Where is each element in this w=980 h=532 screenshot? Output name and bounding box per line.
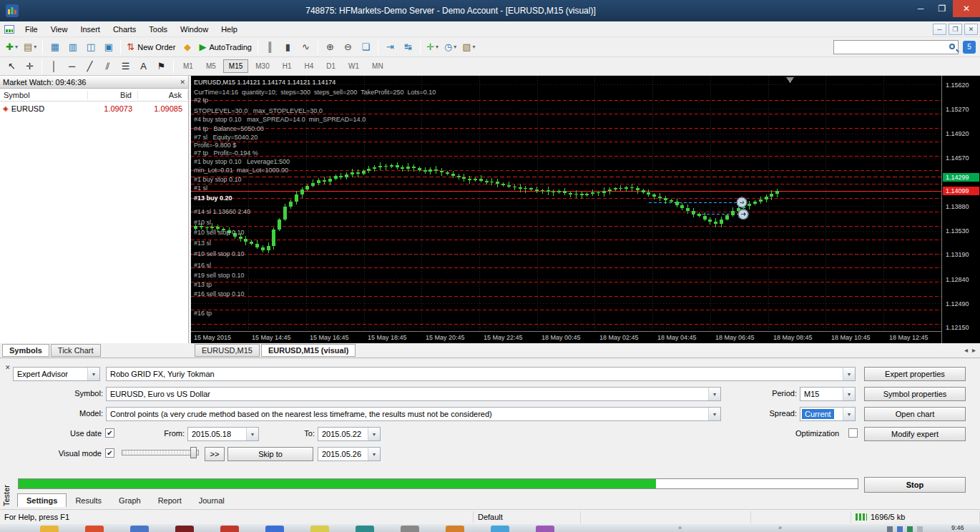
timeframe-m1[interactable]: M1 [177,59,199,73]
chart-shift-icon[interactable]: ↹ [400,39,416,55]
period-select[interactable]: M15 [800,387,856,401]
chevron-down-icon[interactable] [368,448,380,460]
skip-to-date-select[interactable]: 2015.05.26 [318,447,381,461]
child-restore-button[interactable]: ❐ [949,24,962,35]
skip-to-button[interactable]: Skip to [227,447,313,461]
child-minimize-button[interactable]: ─ [933,24,946,35]
visual-mode-checkbox[interactable] [105,448,114,458]
use-date-checkbox[interactable] [105,428,114,438]
taskbar-app-icon[interactable] [310,526,329,532]
templates-icon[interactable]: ▧▾ [460,39,477,55]
visual-speed-slider-handle[interactable] [190,447,197,458]
chevron-down-icon[interactable] [843,368,855,380]
market-watch-icon[interactable]: ▦ [46,39,63,55]
tab-scroll-left-icon[interactable]: ◂ [964,346,968,354]
stop-button[interactable]: Stop [864,477,966,493]
expert-properties-button[interactable]: Expert properties [864,367,966,381]
from-date-select[interactable]: 2015.05.18 [187,427,259,441]
taskbar-app-icon[interactable] [446,526,464,532]
timeframe-d1[interactable]: D1 [320,59,341,73]
menu-file[interactable]: File [19,23,44,36]
timeframe-m15[interactable]: M15 [223,59,248,73]
column-symbol[interactable]: Symbol [0,91,88,99]
timeframe-m5[interactable]: M5 [200,59,222,73]
taskbar-clock[interactable]: 9:46 [951,524,964,531]
taskbar-app-icon[interactable] [491,526,509,532]
taskbar-app-icon[interactable] [85,526,104,532]
vline-icon[interactable]: │ [46,59,62,74]
tester-side-tab[interactable]: Tester [2,462,11,506]
hline-icon[interactable]: ─ [64,59,80,74]
tray-icon[interactable] [907,526,913,532]
tester-close-icon[interactable]: ✕ [5,364,11,371]
timeframe-mn[interactable]: MN [366,59,389,73]
timeframe-h4[interactable]: H4 [299,59,320,73]
tray-icon[interactable] [917,526,923,532]
timeframe-w1[interactable]: W1 [343,59,365,73]
menu-charts[interactable]: Charts [107,23,142,36]
table-row[interactable]: ◈ EURUSD 1.09073 1.09085 [0,102,188,115]
zoom-out-icon[interactable]: ⊖ [340,39,356,55]
tab-report[interactable]: Report [150,494,190,507]
tab-results[interactable]: Results [67,494,110,507]
chart-tab-eurusd-m15[interactable]: EURUSD,M15 [195,344,260,357]
tab-graph[interactable]: Graph [110,494,150,507]
mql-icon[interactable]: ◆ [179,39,195,55]
menu-insert[interactable]: Insert [74,23,107,36]
chevron-down-icon[interactable]: ▾ [473,44,476,50]
chevron-down-icon[interactable]: ▾ [34,44,36,50]
visual-speed-slider[interactable] [122,450,199,455]
chevron-down-icon[interactable] [708,388,720,400]
market-watch-close-icon[interactable]: ✕ [180,79,185,86]
symbol-select[interactable]: EURUSD, Euro vs US Dollar [106,387,721,401]
chevron-down-icon[interactable] [708,408,720,420]
chevron-down-icon[interactable] [87,368,99,380]
symbol-properties-button[interactable]: Symbol properties [864,387,966,401]
fast-forward-button[interactable]: >> [205,447,225,461]
bars-icon[interactable]: ║ [262,39,278,55]
tray-icon[interactable] [887,526,893,532]
arrows-icon[interactable]: ⚑ [153,59,170,74]
terminal-icon[interactable]: ▣ [100,39,117,55]
data-window-icon[interactable]: ▥ [64,39,81,55]
close-button[interactable]: ✕ [953,0,980,17]
indicators-icon[interactable]: ✛▾ [424,39,441,55]
chart-tab-eurusd-m15-visual[interactable]: EURUSD,M15 (visual) [261,344,356,357]
menu-help[interactable]: Help [215,23,244,36]
title-bar[interactable]: 748875: HFMarkets-Demo Server - Demo Acc… [0,0,980,21]
chevron-down-icon[interactable] [843,408,855,420]
ea-type-select[interactable]: Expert Advisor [13,367,100,381]
autoscroll-icon[interactable]: ⇥ [382,39,398,55]
taskbar-app-icon[interactable] [220,526,239,532]
spread-select[interactable]: Current [800,407,856,421]
community-icon[interactable]: 5 [963,41,976,54]
menu-tools[interactable]: Tools [142,23,174,36]
search-icon[interactable] [949,44,955,49]
column-ask[interactable]: Ask [138,91,188,99]
channel-icon[interactable]: ⫽ [99,59,116,74]
periods-icon[interactable]: ◷▾ [442,39,459,55]
taskbar-app-icon[interactable] [536,526,554,532]
zoom-in-icon[interactable]: ⊕ [322,39,338,55]
tab-tick-chart[interactable]: Tick Chart [51,344,101,357]
taskbar-overflow-chevron[interactable]: » [678,524,682,531]
child-close-button[interactable]: ✕ [964,24,978,35]
taskbar-app-icon[interactable] [130,526,149,532]
chevron-down-icon[interactable]: ▾ [454,44,456,50]
open-chart-button[interactable]: Open chart [864,407,966,421]
chevron-down-icon[interactable] [368,428,380,440]
taskbar-app-icon[interactable] [40,526,59,532]
tray-icon[interactable] [897,526,903,532]
chevron-down-icon[interactable] [246,428,258,440]
autotrading-button[interactable]: ▶AutoTrading [197,39,254,55]
chevron-down-icon[interactable]: ▾ [15,44,18,50]
taskbar-app-icon[interactable] [265,526,284,532]
navigator-icon[interactable]: ◫ [82,39,99,55]
taskbar-overflow-chevron[interactable]: » [778,524,782,531]
taskbar-app-icon[interactable] [175,526,194,532]
tab-journal[interactable]: Journal [190,494,233,507]
candles-icon[interactable]: ▮ [280,39,296,55]
column-bid[interactable]: Bid [88,91,138,99]
line-chart-icon[interactable]: ∿ [298,39,314,55]
timeframe-m30[interactable]: M30 [250,59,275,73]
